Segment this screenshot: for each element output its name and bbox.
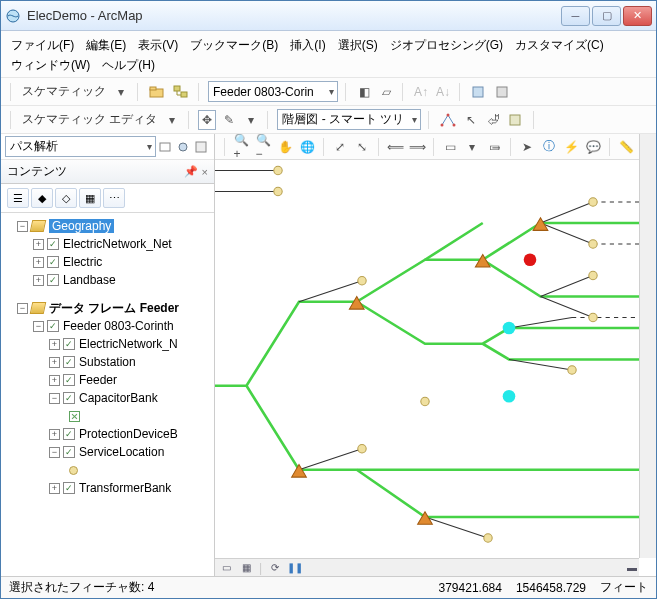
checkbox[interactable]: ✓: [63, 374, 75, 386]
toc-close-icon[interactable]: ×: [202, 166, 208, 178]
layer-item: +✓ElectricNetwork_N: [3, 335, 212, 353]
pause-icon[interactable]: ❚❚: [288, 562, 302, 574]
menu-insert[interactable]: 挿入(I): [290, 35, 325, 55]
checkbox[interactable]: ✓: [63, 446, 75, 458]
refresh-icon[interactable]: ⟳: [268, 562, 282, 574]
zoom-out-icon[interactable]: 🔍−: [254, 137, 272, 157]
tab-selection-icon[interactable]: ▦: [79, 188, 101, 208]
svg-point-23: [358, 445, 366, 453]
menu-file[interactable]: ファイル(F): [11, 35, 74, 55]
layout-dropdown[interactable]: 階層図 - スマート ツリ: [277, 109, 421, 130]
pointer-icon[interactable]: ➤: [518, 137, 536, 157]
minimize-button[interactable]: ─: [561, 6, 590, 26]
tab-source-icon[interactable]: ◆: [31, 188, 53, 208]
na-btn3-icon[interactable]: [192, 137, 210, 157]
expand-icon[interactable]: +: [49, 375, 60, 386]
html-popup-icon[interactable]: 💬: [584, 137, 602, 157]
data-view-icon[interactable]: ▭: [219, 562, 233, 574]
tab-visibility-icon[interactable]: ◇: [55, 188, 77, 208]
menu-edit[interactable]: 編集(E): [86, 35, 126, 55]
menu-help[interactable]: ヘルプ(H): [102, 55, 155, 75]
zoom-to-in-icon[interactable]: ⤢: [331, 137, 349, 157]
layout-view-icon[interactable]: ▦: [239, 562, 253, 574]
feeder-layer: −✓Feeder 0803-Corinth: [3, 317, 212, 335]
select-features-icon[interactable]: ▭: [441, 137, 459, 157]
na-btn2-icon[interactable]: [174, 137, 192, 157]
props-1-icon[interactable]: [469, 82, 489, 102]
checkbox[interactable]: ✓: [47, 238, 59, 250]
props-2-icon[interactable]: [493, 82, 513, 102]
expand-icon[interactable]: +: [49, 339, 60, 350]
expand-icon[interactable]: +: [49, 429, 60, 440]
folder-tree-icon[interactable]: [171, 82, 191, 102]
menu-view[interactable]: 表示(V): [138, 35, 178, 55]
menu-bookmarks[interactable]: ブックマーク(B): [190, 35, 278, 55]
menu-customize[interactable]: カスタマイズ(C): [515, 35, 604, 55]
collapse-icon[interactable]: −: [17, 221, 28, 232]
svg-point-17: [589, 198, 597, 206]
checkbox[interactable]: ✓: [47, 320, 59, 332]
pin-icon[interactable]: 📌: [184, 165, 198, 178]
na-dropdown[interactable]: パス解析: [5, 136, 156, 157]
checkbox[interactable]: ✓: [63, 338, 75, 350]
hyperlink-icon[interactable]: ⚡: [562, 137, 580, 157]
checkbox[interactable]: ✓: [63, 356, 75, 368]
expand-icon[interactable]: +: [33, 239, 44, 250]
tree-layout-icon[interactable]: [438, 110, 458, 130]
checkbox[interactable]: ✓: [63, 392, 75, 404]
prev-extent-icon[interactable]: ⟸: [386, 137, 404, 157]
full-extent-icon[interactable]: 🌐: [298, 137, 316, 157]
feeder-dropdown[interactable]: Feeder 0803-Corin: [208, 81, 338, 102]
menu-window[interactable]: ウィンドウ(W): [11, 55, 90, 75]
symbol-row: [3, 407, 212, 425]
map-scroll-vertical[interactable]: [639, 134, 656, 558]
toc-tree[interactable]: −Geography +✓ElectricNetwork_Net +✓Elect…: [1, 213, 214, 576]
select-dd[interactable]: ▾: [463, 137, 481, 157]
new-window-icon[interactable]: ◧: [355, 82, 373, 102]
menu-geoprocessing[interactable]: ジオプロセシング(G): [390, 35, 503, 55]
tb-schematic-label: スケマティック: [20, 83, 108, 100]
cursor-icon[interactable]: ⮰: [484, 110, 502, 130]
zoom-to-out-icon[interactable]: ⤡: [353, 137, 371, 157]
collapse-icon[interactable]: −: [17, 303, 28, 314]
layer-capacitorbank: −✓CapacitorBank: [3, 389, 212, 407]
export-icon[interactable]: ▱: [377, 82, 395, 102]
open-folder-icon[interactable]: [147, 82, 167, 102]
move-tool-icon[interactable]: ✥: [198, 110, 216, 130]
schematic-menu-dd[interactable]: ▾: [112, 82, 130, 102]
identify-icon[interactable]: ⓘ: [540, 137, 558, 157]
expand-icon[interactable]: +: [49, 357, 60, 368]
expand-icon[interactable]: +: [49, 483, 60, 494]
editor-menu-dd[interactable]: ▾: [163, 110, 181, 130]
checkbox[interactable]: ✓: [47, 274, 59, 286]
menu-selection[interactable]: 選択(S): [338, 35, 378, 55]
checkbox[interactable]: ✓: [63, 482, 75, 494]
collapse-icon[interactable]: −: [49, 447, 60, 458]
root-feeder-frame: −データ フレーム Feeder: [3, 299, 212, 317]
tab-draworder-icon[interactable]: ☰: [7, 188, 29, 208]
select-arrow-icon[interactable]: ↖: [462, 110, 480, 130]
measure-icon[interactable]: 📏: [617, 137, 635, 157]
checkbox[interactable]: ✓: [47, 256, 59, 268]
na-btn1-icon[interactable]: [156, 137, 174, 157]
layout-props-icon[interactable]: [506, 110, 526, 130]
close-button[interactable]: ✕: [623, 6, 652, 26]
pan-icon[interactable]: ✋: [276, 137, 294, 157]
checkbox[interactable]: ✓: [63, 428, 75, 440]
maximize-button[interactable]: ▢: [592, 6, 621, 26]
edit-dd[interactable]: ▾: [242, 110, 260, 130]
svg-rect-3: [174, 86, 180, 91]
scroll-thumb-icon[interactable]: ▬: [625, 562, 639, 574]
expand-icon[interactable]: +: [33, 257, 44, 268]
expand-icon[interactable]: +: [33, 275, 44, 286]
tab-options-icon[interactable]: ⋯: [103, 188, 125, 208]
edit-tool-icon[interactable]: ✎: [220, 110, 238, 130]
collapse-icon[interactable]: −: [49, 393, 60, 404]
toolbar-schematic: スケマティック▾ Feeder 0803-Corin ◧ ▱ A↑ A↓: [1, 78, 656, 106]
collapse-icon[interactable]: −: [33, 321, 44, 332]
next-extent-icon[interactable]: ⟹: [408, 137, 426, 157]
clear-sel-icon[interactable]: ▭̶: [485, 137, 503, 157]
map-view[interactable]: 🔍+ 🔍− ✋ 🌐 ⤢ ⤡ ⟸ ⟹ ▭▾ ▭̶ ➤ ⓘ ⚡ 💬 📏: [215, 134, 656, 576]
zoom-in-icon[interactable]: 🔍+: [232, 137, 250, 157]
toc-header: コンテンツ 📌 ×: [1, 160, 214, 184]
